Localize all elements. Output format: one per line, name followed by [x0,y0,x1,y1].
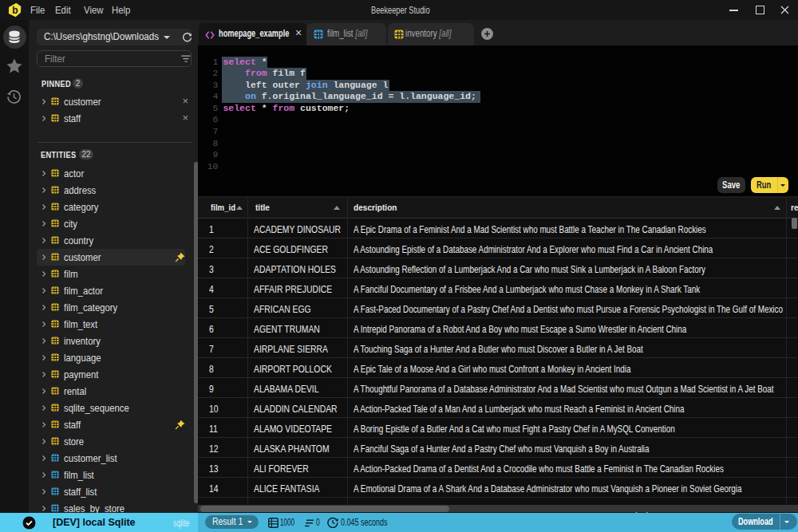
svg-text:b: b [12,5,18,16]
